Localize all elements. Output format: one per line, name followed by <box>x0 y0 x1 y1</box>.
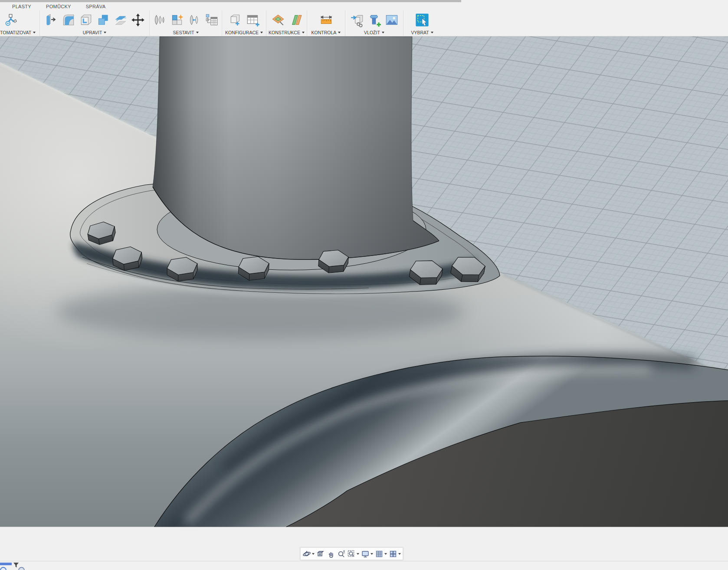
group-kontrola: KONTROLA <box>307 10 345 36</box>
hex-bolt[interactable] <box>167 257 197 282</box>
toolbar: PLASTY POMŮCKY SPRÁVA <box>0 0 728 36</box>
press-pull-icon[interactable] <box>43 11 59 29</box>
toolbar-groups: TOMATIZOVAT <box>0 10 441 36</box>
group-upravit: UPRAVIT <box>40 10 150 36</box>
combine-icon[interactable] <box>95 11 111 29</box>
tab-sprava[interactable]: SPRÁVA <box>86 4 106 9</box>
group-label-upravit[interactable]: UPRAVIT <box>40 29 149 36</box>
as-built-joint-icon[interactable] <box>186 11 203 29</box>
group-label-automatizovat[interactable]: TOMATIZOVAT <box>0 29 39 36</box>
chevron-down-icon <box>431 32 433 33</box>
group-label-vlozit[interactable]: VLOŽIT <box>345 29 403 36</box>
zoom-icon[interactable] <box>337 550 346 558</box>
chevron-down-icon <box>302 32 305 33</box>
group-vlozit: VLOŽIT <box>345 10 403 36</box>
select-icon[interactable] <box>414 11 430 29</box>
group-label-konstrukce[interactable]: KONSTRUKCE <box>266 29 307 36</box>
automate-icon[interactable] <box>3 11 19 29</box>
move-icon[interactable] <box>130 11 146 29</box>
3d-scene <box>0 36 728 561</box>
group-label-kontrola[interactable]: KONTROLA <box>307 29 345 36</box>
chevron-down-icon <box>382 32 384 33</box>
group-konfigurace: KONFIGURACE <box>222 10 266 36</box>
measure-icon[interactable] <box>318 11 334 29</box>
group-label-vybrat[interactable]: VYBRAT <box>403 29 441 36</box>
pan-icon[interactable] <box>327 550 335 558</box>
timeline-marker-icon[interactable] <box>0 567 7 570</box>
group-sestavit: SESTAVIT <box>150 10 222 36</box>
chevron-down-icon[interactable] <box>384 553 387 555</box>
canvas-icon[interactable] <box>384 11 400 29</box>
grid-display-icon[interactable] <box>375 550 387 558</box>
display-settings-icon[interactable] <box>361 550 373 558</box>
orbit-icon[interactable] <box>302 550 315 558</box>
shell-icon[interactable] <box>78 11 94 29</box>
group-konstrukce: KONSTRUKCE <box>266 10 307 36</box>
configuration-icon[interactable] <box>227 11 244 29</box>
new-component-icon[interactable] <box>151 11 168 29</box>
chevron-down-icon[interactable] <box>371 553 373 555</box>
model-cylinder[interactable] <box>153 36 439 259</box>
group-label-sestavit[interactable]: SESTAVIT <box>150 29 222 36</box>
chevron-down-icon <box>33 32 36 33</box>
look-at-icon[interactable] <box>316 550 325 558</box>
chevron-down-icon <box>104 32 106 33</box>
viewports-icon[interactable] <box>389 550 401 558</box>
toolbar-tabs: PLASTY POMŮCKY SPRÁVA <box>0 2 105 10</box>
chevron-down-icon[interactable] <box>357 553 359 555</box>
timeline-marker-icon[interactable] <box>18 567 25 570</box>
chevron-down-icon[interactable] <box>398 553 401 555</box>
fusion-window: PLASTY POMŮCKY SPRÁVA <box>0 0 728 570</box>
timeline-strip <box>0 561 728 570</box>
fastener-icon[interactable] <box>366 11 383 29</box>
fillet-icon[interactable] <box>60 11 77 29</box>
3d-viewport-canvas[interactable] <box>0 36 728 561</box>
offset-plane-icon[interactable] <box>287 11 304 29</box>
chevron-down-icon <box>196 32 199 33</box>
derive-icon[interactable] <box>349 11 365 29</box>
timeline-scroll-chip <box>0 563 12 565</box>
tab-plasty[interactable]: PLASTY <box>12 4 31 9</box>
group-automatizovat: TOMATIZOVAT <box>0 10 40 36</box>
tab-pomucky[interactable]: POMŮCKY <box>46 4 71 9</box>
offset-face-icon[interactable] <box>112 11 129 29</box>
view-navigation-bar <box>300 547 403 560</box>
fit-icon[interactable] <box>347 550 359 558</box>
construction-plane-icon[interactable] <box>270 11 286 29</box>
group-vybrat: VYBRAT <box>403 10 441 36</box>
chevron-down-icon <box>260 32 263 33</box>
configuration-table-icon[interactable] <box>245 11 261 29</box>
bom-icon[interactable] <box>203 11 220 29</box>
chevron-down-icon[interactable] <box>312 553 315 555</box>
group-label-konfigurace[interactable]: KONFIGURACE <box>222 29 266 36</box>
chevron-down-icon <box>338 32 341 33</box>
joint-icon[interactable] <box>169 11 185 29</box>
